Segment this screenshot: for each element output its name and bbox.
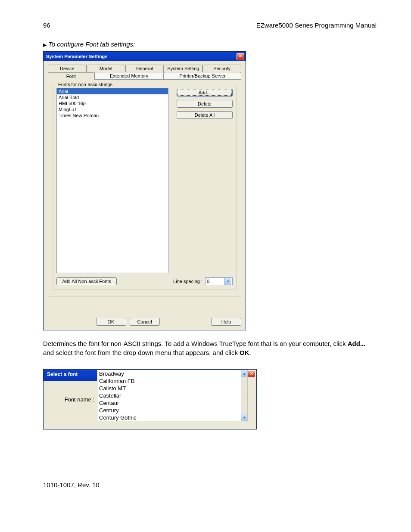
section-heading: ▶To configure Font tab settings:: [43, 40, 377, 48]
chevron-up-icon[interactable]: ▴: [241, 370, 247, 377]
select-a-font-dialog: × Select a font Font name : Broadway Cal…: [43, 369, 257, 429]
list-item[interactable]: Centaur: [97, 399, 242, 407]
tab-extended-memory[interactable]: Extended Memory: [94, 72, 164, 79]
list-item[interactable]: MingLiU: [57, 106, 168, 112]
triangle-icon: ▶: [43, 42, 47, 47]
list-item[interactable]: Century Gothic: [97, 414, 242, 421]
list-item[interactable]: Californian FB: [97, 377, 242, 385]
list-item[interactable]: Broadway: [97, 370, 242, 377]
tab-device[interactable]: Device: [48, 65, 87, 72]
line-spacing-label: Line spacing :: [173, 279, 202, 284]
line-spacing-combo[interactable]: ▾: [205, 277, 233, 285]
instruction-paragraph: Determines the font for non-ASCII string…: [43, 339, 377, 357]
delete-button[interactable]: Delete: [177, 100, 233, 108]
tab-security[interactable]: Security: [202, 65, 241, 72]
cancel-button[interactable]: Cancel: [130, 318, 160, 326]
help-button[interactable]: Help: [211, 318, 241, 326]
tab-printer-backup-server[interactable]: Printer/Backup Server: [164, 72, 241, 79]
ok-button[interactable]: OK: [96, 318, 126, 326]
dialog-title: Select a font: [44, 370, 97, 381]
tab-system-setting[interactable]: System Setting: [164, 65, 202, 72]
font-listbox[interactable]: Arial Arial Bold HMI 500 16p MingLiU Tim…: [56, 88, 168, 273]
list-item[interactable]: Calisto MT: [97, 385, 242, 392]
page-number: 96: [43, 22, 50, 29]
list-item[interactable]: Times New Roman: [57, 112, 168, 118]
list-item[interactable]: Castellar: [97, 392, 242, 399]
scrollbar[interactable]: ▴ ▾: [241, 370, 248, 421]
list-item[interactable]: HMI 500 16p: [57, 100, 168, 106]
groupbox-title: Fonts for non-ascii strings: [56, 82, 114, 87]
list-item[interactable]: Arial: [57, 88, 168, 94]
tab-font[interactable]: Font: [48, 72, 94, 80]
dialog-title: System Parameter Settings: [46, 54, 107, 59]
list-item[interactable]: Arial Bold: [57, 94, 168, 100]
font-name-dropdown-list[interactable]: Broadway Californian FB Calisto MT Caste…: [97, 370, 243, 421]
chevron-down-icon[interactable]: ▾: [241, 414, 247, 421]
add-all-non-ascii-fonts-button[interactable]: Add All Non-ascii Fonts: [56, 277, 117, 285]
list-item[interactable]: Century: [97, 407, 242, 414]
system-parameter-settings-dialog: System Parameter Settings × Device Model…: [43, 51, 246, 330]
line-spacing-input[interactable]: [206, 279, 224, 284]
manual-title: EZware5000 Series Programming Manual: [256, 22, 377, 29]
fonts-groupbox: Fonts for non-ascii strings Arial Arial …: [53, 85, 237, 290]
close-icon[interactable]: ×: [248, 370, 255, 378]
chevron-down-icon[interactable]: ▾: [224, 278, 231, 285]
doc-revision: 1010-1007, Rev. 10: [43, 481, 377, 488]
delete-all-button[interactable]: Delete All: [177, 111, 233, 119]
font-name-label: Font name :: [65, 396, 94, 403]
close-icon[interactable]: ×: [237, 53, 244, 60]
tab-model[interactable]: Model: [87, 65, 125, 72]
add-button[interactable]: Add...: [177, 89, 233, 96]
tab-general[interactable]: General: [125, 65, 164, 72]
